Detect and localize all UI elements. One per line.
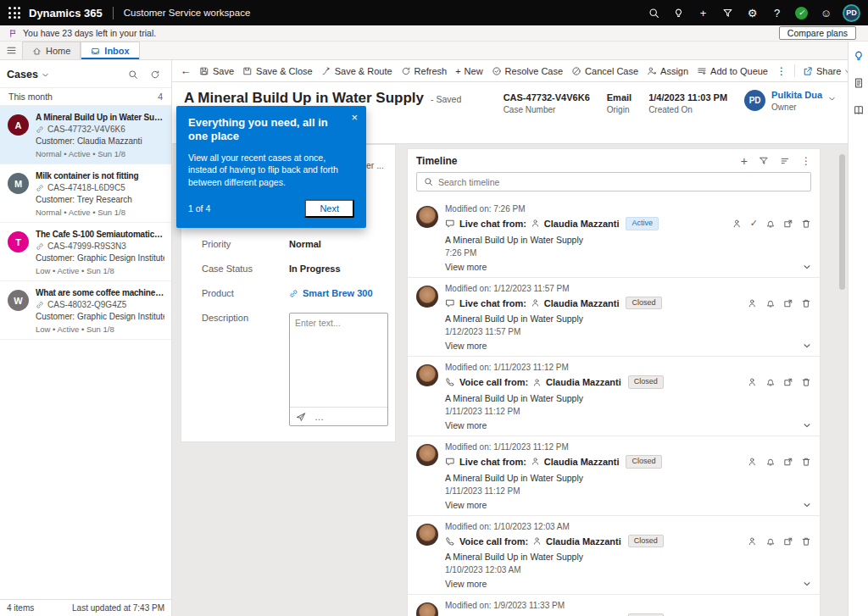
entry-subject[interactable]: A Mineral Build Up in Water Supply: [445, 473, 811, 483]
delete-icon[interactable]: [801, 457, 811, 467]
chevron-down-icon[interactable]: [803, 501, 811, 509]
case-group-header[interactable]: This month 4: [0, 87, 171, 106]
gear-icon[interactable]: ⚙: [740, 0, 765, 25]
timeline-entry[interactable]: Modified on: 1/12/2023 11:57 PM Live cha…: [408, 278, 820, 358]
timeline-entry[interactable]: Modified on: 7:26 PM Live chat from: Cla…: [408, 198, 820, 278]
description-editor[interactable]: Enter text... …: [289, 313, 388, 426]
agent-scripts-icon[interactable]: [851, 75, 866, 91]
entry-contact[interactable]: Claudia Mazzanti: [544, 219, 620, 229]
assign-person-icon[interactable]: [748, 457, 758, 467]
sidebar-title[interactable]: Cases: [7, 69, 38, 80]
entry-subject[interactable]: A Mineral Build Up in Water Supply: [445, 552, 811, 562]
chevron-down-icon[interactable]: [828, 95, 836, 103]
reminder-bell-icon[interactable]: [765, 219, 776, 229]
create-timeline-record-icon[interactable]: +: [741, 155, 748, 167]
case-list-item[interactable]: T The Cafe S-100 Semiautomatic has air b…: [0, 223, 171, 281]
smart-assist-lightbulb-icon[interactable]: [851, 48, 866, 64]
owner-block[interactable]: PD Pulkita Dua Owner: [744, 90, 836, 112]
chevron-down-icon[interactable]: [803, 341, 811, 350]
knowledge-search-book-icon[interactable]: [851, 103, 866, 118]
reminder-bell-icon[interactable]: [765, 536, 776, 547]
timeline-more-icon[interactable]: ⋮: [801, 155, 811, 167]
case-list-item[interactable]: A A Mineral Build Up in Water Supply CAS…: [0, 106, 171, 164]
timeline-entry[interactable]: Modified on: 1/10/2023 12:03 AM Voice ca…: [408, 516, 820, 596]
assign-person-icon[interactable]: [748, 298, 758, 308]
lightbulb-icon[interactable]: [666, 0, 691, 25]
chevron-down-icon[interactable]: [803, 421, 811, 430]
view-more-link[interactable]: View more: [445, 420, 487, 430]
open-record-icon[interactable]: [783, 457, 793, 467]
owner-name[interactable]: Pulkita Dua: [771, 90, 822, 100]
reminder-bell-icon[interactable]: [765, 457, 776, 467]
compare-plans-button[interactable]: Compare plans: [779, 26, 856, 40]
search-icon[interactable]: [642, 0, 666, 25]
open-record-icon[interactable]: [783, 298, 793, 308]
assign-person-icon[interactable]: [748, 377, 758, 387]
reminder-bell-icon[interactable]: [765, 377, 776, 387]
open-record-icon[interactable]: [783, 219, 793, 229]
cancel-case-button[interactable]: Cancel Case: [567, 64, 643, 78]
timeline-entry[interactable]: Modified on: 1/9/2023 11:33 PM Voice cal…: [408, 595, 820, 616]
view-more-link[interactable]: View more: [445, 500, 487, 510]
entry-contact[interactable]: Claudia Mazzanti: [546, 536, 621, 547]
open-record-icon[interactable]: [783, 536, 793, 547]
entry-contact[interactable]: Claudia Mazzanti: [546, 377, 621, 387]
chevron-down-icon[interactable]: [803, 263, 811, 271]
command-overflow-icon[interactable]: ⋮: [772, 65, 791, 77]
assign-person-icon[interactable]: [748, 536, 758, 547]
delete-icon[interactable]: [801, 536, 811, 547]
sort-icon[interactable]: [780, 156, 790, 166]
tab-home[interactable]: Home: [22, 42, 81, 59]
resolve-case-button[interactable]: Resolve Case: [487, 64, 567, 78]
timeline-entry[interactable]: Modified on: 1/11/2023 11:12 PM Live cha…: [408, 436, 820, 516]
assign-person-icon[interactable]: [732, 219, 743, 229]
view-more-link[interactable]: View more: [445, 262, 487, 272]
more-options-icon[interactable]: …: [314, 412, 324, 422]
add-to-queue-button[interactable]: Add to Queue: [693, 64, 772, 78]
chevron-down-icon[interactable]: [42, 71, 49, 79]
next-button[interactable]: Next: [304, 199, 354, 218]
field-value[interactable]: Normal: [289, 239, 321, 249]
share-button[interactable]: Share: [798, 64, 848, 78]
timeline-search-box[interactable]: [416, 172, 811, 191]
entry-subject[interactable]: A Mineral Build Up in Water Supply: [445, 235, 811, 245]
delete-icon[interactable]: [801, 377, 811, 387]
refresh-icon[interactable]: [146, 66, 164, 83]
delete-icon[interactable]: [801, 298, 811, 308]
save-and-close-button[interactable]: Save & Close: [238, 64, 317, 78]
reminder-bell-icon[interactable]: [765, 298, 776, 308]
entry-contact[interactable]: Claudia Mazzanti: [544, 298, 620, 308]
field-value[interactable]: In Progress: [289, 264, 341, 274]
chevron-down-icon[interactable]: [803, 580, 811, 588]
view-more-link[interactable]: View more: [445, 579, 487, 589]
main-scrollbar-thumb[interactable]: [839, 154, 845, 290]
close-icon[interactable]: ×: [351, 112, 358, 123]
filter-icon[interactable]: [759, 156, 769, 166]
help-icon[interactable]: ?: [765, 0, 789, 25]
entry-contact[interactable]: Claudia Mazzanti: [544, 457, 620, 467]
entry-subject[interactable]: A Mineral Build Up in Water Supply: [445, 314, 811, 324]
app-brand[interactable]: Dynamics 365: [29, 7, 103, 19]
timeline-entry[interactable]: Modified on: 1/11/2023 11:12 PM Voice ca…: [408, 357, 820, 436]
delete-icon[interactable]: [801, 219, 811, 229]
case-list-item[interactable]: W What are some coffee machines cleaning…: [0, 281, 171, 340]
mark-complete-icon[interactable]: ✓: [750, 218, 758, 229]
back-button[interactable]: ←: [176, 64, 195, 77]
health-check-icon[interactable]: ✓: [789, 0, 814, 25]
assign-button[interactable]: Assign: [643, 64, 693, 78]
save-button[interactable]: Save: [195, 64, 238, 78]
hamburger-menu-icon[interactable]: [0, 42, 22, 59]
send-icon[interactable]: [296, 412, 306, 422]
filter-icon[interactable]: [715, 0, 740, 25]
user-avatar[interactable]: PD: [843, 4, 860, 22]
app-launcher-icon[interactable]: [0, 0, 29, 25]
feedback-smiley-icon[interactable]: ☺: [814, 0, 838, 25]
case-list-item[interactable]: M Milk container is not fitting CAS-4741…: [0, 164, 171, 223]
open-record-icon[interactable]: [783, 377, 793, 387]
save-and-route-button[interactable]: Save & Route: [317, 64, 397, 78]
search-icon[interactable]: [124, 66, 142, 83]
timeline-search-input[interactable]: [438, 177, 804, 187]
product-link[interactable]: Smart Brew 300: [289, 288, 373, 298]
entry-subject[interactable]: A Mineral Build Up in Water Supply: [445, 393, 811, 403]
refresh-button[interactable]: Refresh: [397, 64, 452, 78]
